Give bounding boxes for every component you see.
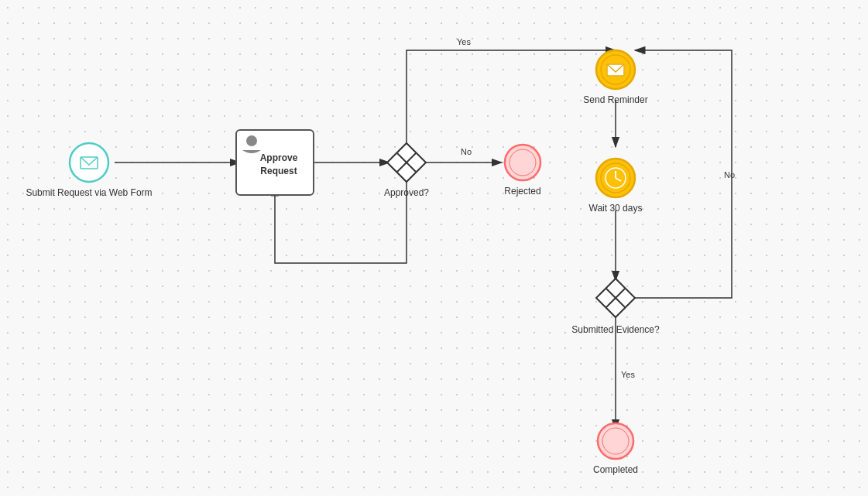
edge-evidence-no: [635, 50, 732, 298]
completed-end-event-node: Completed: [593, 423, 638, 475]
send-reminder-label: Send Reminder: [583, 94, 647, 105]
approved-gateway-label: Approved?: [384, 187, 429, 198]
label-yes-gateway: Yes: [457, 37, 471, 46]
send-reminder-node: Send Reminder: [583, 50, 647, 105]
wait-30-days-node: Wait 30 days: [589, 159, 643, 214]
rejected-label: Rejected: [504, 186, 540, 197]
approve-request-label: Approve: [260, 152, 298, 163]
approve-request-node: Approve Request: [236, 130, 314, 195]
start-event-label: Submit Request via Web Form: [26, 187, 152, 198]
svg-point-1: [70, 143, 108, 182]
svg-point-23: [602, 428, 629, 454]
completed-label: Completed: [593, 464, 638, 475]
svg-point-9: [509, 149, 536, 176]
label-no-evidence: No: [724, 170, 735, 180]
svg-point-4: [246, 135, 257, 146]
flow-diagram: No Yes Yes No Submit Request via Web For…: [0, 0, 868, 496]
approved-gateway-node: Approved?: [384, 143, 429, 198]
start-event-node: Submit Request via Web Form: [26, 143, 152, 198]
diagram-canvas: { "diagram": { "title": "Process Flow Di…: [0, 0, 868, 496]
approve-request-label2: Request: [260, 166, 297, 176]
submitted-evidence-gateway-node: Submitted Evidence?: [571, 279, 660, 335]
label-no-rejected: No: [461, 147, 472, 156]
rejected-end-event-node: Rejected: [504, 145, 540, 197]
wait-30-days-label: Wait 30 days: [589, 203, 643, 214]
label-yes-evidence: Yes: [621, 370, 635, 379]
submitted-evidence-label: Submitted Evidence?: [571, 324, 660, 335]
